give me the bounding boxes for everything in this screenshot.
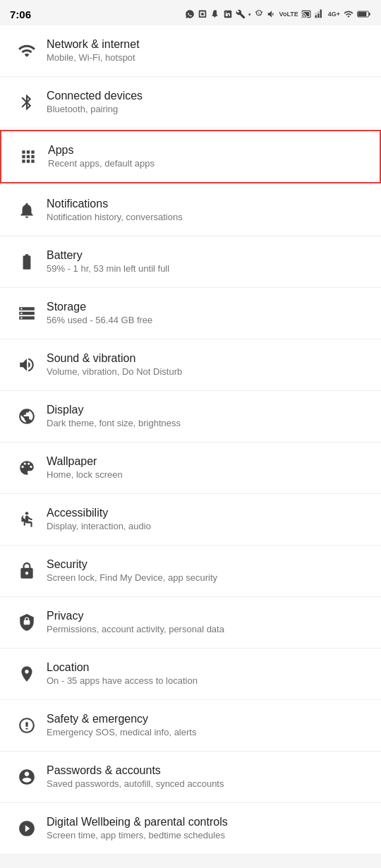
network-icon-wrap [11, 35, 42, 66]
battery-subtitle: 59% - 1 hr, 53 min left until full [47, 263, 370, 275]
wallpaper-title: Wallpaper [47, 454, 370, 469]
alarm-icon [254, 9, 264, 19]
safety-subtitle: Emergency SOS, medical info, alerts [47, 727, 370, 739]
accessibility-title: Accessibility [47, 506, 370, 521]
privacy-title: Privacy [47, 609, 370, 624]
sound-icon-wrap [11, 349, 42, 380]
location-subtitle: On - 35 apps have access to location [47, 675, 370, 687]
passwords-subtitle: Saved passwords, autofill, synced accoun… [47, 778, 370, 790]
security-subtitle: Screen lock, Find My Device, app securit… [47, 572, 370, 584]
svg-rect-1 [369, 13, 370, 16]
connected-devices-subtitle: Bluetooth, pairing [47, 104, 370, 116]
apps-icon [19, 147, 37, 166]
safety-icon [18, 716, 36, 735]
privacy-subtitle: Permissions, account activity, personal … [47, 624, 370, 636]
storage-subtitle: 56% used - 56.44 GB free [47, 315, 370, 327]
display-subtitle: Dark theme, font size, brightness [47, 418, 370, 430]
svg-point-3 [25, 512, 28, 514]
storage-icon-wrap [11, 298, 42, 329]
settings-item-wallpaper[interactable]: Wallpaper Home, lock screen [0, 442, 381, 494]
wallpaper-icon [18, 459, 36, 477]
location-icon-wrap [11, 658, 42, 689]
battery-icon [357, 9, 371, 19]
wellbeing-title: Digital Wellbeing & parental controls [47, 815, 370, 830]
connected-devices-title: Connected devices [47, 89, 370, 104]
battery-icon-wrap [11, 246, 42, 277]
settings-item-safety[interactable]: Safety & emergency Emergency SOS, medica… [0, 700, 381, 752]
passwords-icon [18, 768, 36, 786]
wifi-icon [343, 9, 354, 19]
security-icon [18, 562, 36, 580]
storage-title: Storage [47, 300, 370, 315]
snapchat-icon [210, 9, 220, 19]
wallpaper-icon-wrap [11, 452, 42, 483]
security-title: Security [47, 557, 370, 572]
settings-item-passwords[interactable]: Passwords & accounts Saved passwords, au… [0, 752, 381, 803]
privacy-icon [18, 613, 36, 632]
volte-icon: VoLTE [279, 11, 298, 18]
notifications-title: Notifications [47, 197, 370, 212]
settings-item-display[interactable]: Display Dark theme, font size, brightnes… [0, 391, 381, 442]
signal-icon [314, 9, 325, 19]
settings-item-accessibility[interactable]: Accessibility Display, interaction, audi… [0, 494, 381, 545]
display-icon [18, 407, 36, 426]
apps-subtitle: Recent apps, default apps [48, 158, 368, 170]
whatsapp-icon [185, 9, 195, 19]
status-bar: 7:06 • VoLTE 4G+ [0, 0, 381, 25]
dot-icon: • [248, 11, 251, 18]
passwords-icon-wrap [11, 761, 42, 792]
display-title: Display [47, 403, 370, 418]
settings-item-network[interactable]: Network & internet Mobile, Wi-Fi, hotspo… [0, 25, 381, 77]
wellbeing-icon-wrap [11, 813, 42, 844]
bluetooth-icon [18, 93, 36, 111]
settings-item-privacy[interactable]: Privacy Permissions, account activity, p… [0, 597, 381, 649]
volume-icon [267, 9, 277, 19]
svg-rect-2 [358, 12, 366, 17]
apps-icon-wrap [13, 141, 44, 172]
network-title: Network & internet [47, 37, 370, 52]
status-time: 7:06 [10, 8, 31, 20]
notifications-subtitle: Notification history, conversations [47, 212, 370, 224]
accessibility-icon-wrap [11, 504, 42, 535]
sound-icon [18, 356, 36, 374]
accessibility-subtitle: Display, interaction, audio [47, 521, 370, 533]
accessibility-icon [18, 510, 36, 529]
apps-title: Apps [48, 143, 368, 158]
safety-title: Safety & emergency [47, 712, 370, 727]
linkedin-icon [223, 9, 233, 19]
settings-item-notifications[interactable]: Notifications Notification history, conv… [0, 185, 381, 236]
privacy-icon-wrap [11, 607, 42, 638]
security-icon-wrap [11, 555, 42, 586]
settings-item-location[interactable]: Location On - 35 apps have access to loc… [0, 649, 381, 700]
notifications-icon-wrap [11, 195, 42, 226]
cast-icon [301, 9, 311, 19]
location-title: Location [47, 661, 370, 675]
settings-item-wellbeing[interactable]: Digital Wellbeing & parental controls Sc… [0, 803, 381, 855]
settings-item-connected-devices[interactable]: Connected devices Bluetooth, pairing [0, 77, 381, 128]
storage-icon [18, 304, 36, 323]
wrench-icon [236, 9, 246, 19]
sound-subtitle: Volume, vibration, Do Not Disturb [47, 366, 370, 378]
bluetooth-icon-wrap [11, 87, 42, 118]
settings-item-apps[interactable]: Apps Recent apps, default apps [0, 130, 381, 183]
network-subtitle: Mobile, Wi-Fi, hotspot [47, 52, 370, 64]
battery-title: Battery [47, 248, 370, 263]
location-icon [18, 665, 36, 683]
settings-item-security[interactable]: Security Screen lock, Find My Device, ap… [0, 545, 381, 597]
wellbeing-subtitle: Screen time, app timers, bedtime schedul… [47, 830, 370, 842]
wallpaper-subtitle: Home, lock screen [47, 469, 370, 481]
notifications-icon [18, 201, 36, 219]
battery-setting-icon [18, 253, 36, 271]
camera-icon [198, 9, 207, 19]
4g-icon: 4G+ [328, 11, 340, 18]
network-icon [18, 42, 36, 60]
wellbeing-icon [18, 819, 36, 838]
settings-item-battery[interactable]: Battery 59% - 1 hr, 53 min left until fu… [0, 236, 381, 288]
settings-item-sound[interactable]: Sound & vibration Volume, vibration, Do … [0, 339, 381, 391]
display-icon-wrap [11, 401, 42, 432]
status-icons: • VoLTE 4G+ [185, 9, 371, 19]
settings-list: Network & internet Mobile, Wi-Fi, hotspo… [0, 25, 381, 855]
passwords-title: Passwords & accounts [47, 764, 370, 778]
safety-icon-wrap [11, 710, 42, 741]
settings-item-storage[interactable]: Storage 56% used - 56.44 GB free [0, 288, 381, 339]
